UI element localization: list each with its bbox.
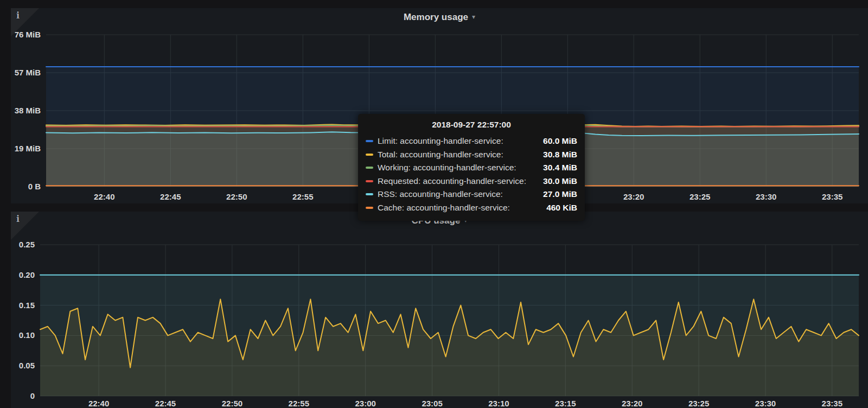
y-axis-tick-label: 0 B: [28, 182, 41, 191]
tooltip-series-label: Total: accounting-handler-service:: [378, 150, 503, 160]
tooltip-series-label: RSS: accounting-handler-service:: [378, 189, 503, 199]
info-icon: i: [16, 214, 20, 224]
y-axis-tick-label: 0: [30, 391, 35, 400]
series-color-swatch: [366, 140, 373, 142]
x-axis-tick-label: 22:55: [292, 192, 313, 201]
x-axis-tick-label: 22:45: [155, 399, 176, 408]
x-axis-tick-label: 23:20: [622, 399, 642, 408]
x-axis-tick-label: 23:35: [822, 399, 843, 408]
panel-info-corner[interactable]: i: [11, 8, 39, 36]
panel-title-memory[interactable]: Memory usage▾: [11, 12, 868, 23]
tooltip-series-value: 60.0 MiB: [535, 136, 577, 146]
x-axis-tick-label: 22:50: [222, 399, 242, 408]
series-color-swatch: [366, 193, 373, 195]
y-axis-tick-label: 38 MiB: [15, 106, 41, 115]
tooltip-series-label: Limit: accounting-handler-service:: [378, 136, 503, 146]
x-axis-tick-label: 23:30: [756, 192, 776, 201]
series-color-swatch: [366, 154, 373, 156]
tooltip-row: RSS: accounting-handler-service:27.0 MiB: [366, 188, 577, 201]
x-axis-tick-label: 23:25: [690, 192, 710, 201]
series-color-swatch: [366, 167, 373, 169]
y-axis-tick-label: 0.25: [19, 240, 35, 249]
tooltip-rows: Limit: accounting-handler-service:60.0 M…: [366, 135, 577, 214]
x-axis-tick-label: 23:00: [355, 399, 376, 408]
tooltip-row: Cache: accounting-handler-service:460 Ki…: [366, 201, 577, 215]
panel-info-corner[interactable]: i: [11, 212, 39, 240]
tooltip-timestamp: 2018-09-27 22:57:00: [366, 120, 577, 135]
panel-cpu-usage: i CPU usage▾ 0.250.200.150.100.05022:402…: [11, 212, 868, 408]
x-axis-tick-label: 23:35: [822, 192, 843, 201]
y-axis-tick-label: 0.20: [19, 270, 35, 279]
tooltip-series-value: 30.4 MiB: [535, 163, 577, 173]
x-axis-tick-label: 23:05: [422, 399, 442, 408]
x-axis-tick-label: 23:25: [688, 399, 709, 408]
tooltip-row: Working: accounting-handler-service:30.4…: [366, 161, 577, 175]
x-axis-tick-label: 22:40: [88, 399, 109, 408]
y-axis-tick-label: 0.10: [19, 330, 35, 340]
y-axis-tick-label: 19 MiB: [15, 144, 41, 153]
tooltip-row: Total: accounting-handler-service:30.8 M…: [366, 148, 577, 162]
panel-title-text: Memory usage: [404, 12, 468, 22]
x-axis-tick-label: 23:30: [755, 399, 776, 408]
tooltip-series-label: Requested: accounting-handler-service:: [378, 176, 526, 186]
x-axis-tick-label: 23:15: [555, 399, 576, 408]
tooltip-row: Requested: accounting-handler-service:30…: [366, 175, 577, 188]
tooltip-series-label: Cache: accounting-handler-service:: [378, 203, 510, 213]
x-axis-tick-label: 22:40: [94, 192, 114, 201]
x-axis-tick-label: 23:20: [623, 192, 644, 201]
x-axis-tick-label: 22:45: [160, 192, 181, 201]
series-color-swatch: [366, 207, 373, 209]
tooltip-series-value: 27.0 MiB: [535, 189, 577, 199]
y-axis-tick-label: 57 MiB: [15, 68, 41, 77]
tooltip-series-value: 30.8 MiB: [535, 150, 577, 160]
info-icon: i: [16, 10, 20, 21]
y-axis-tick-label: 0.15: [19, 301, 35, 310]
tooltip-row: Limit: accounting-handler-service:60.0 M…: [366, 135, 577, 148]
chevron-down-icon: ▾: [472, 13, 475, 21]
graph-tooltip: 2018-09-27 22:57:00 Limit: accounting-ha…: [358, 114, 585, 221]
x-axis-tick-label: 23:10: [488, 399, 509, 408]
tooltip-series-value: 460 KiB: [539, 203, 577, 213]
series-color-swatch: [366, 180, 373, 182]
tooltip-series-value: 30.0 MiB: [535, 176, 577, 186]
x-axis-tick-label: 22:55: [289, 399, 309, 408]
cpu-usage-chart[interactable]: 0.250.200.150.100.05022:4022:4522:5022:5…: [11, 212, 868, 408]
y-axis-tick-label: 0.05: [19, 361, 35, 370]
tooltip-series-label: Working: accounting-handler-service:: [378, 163, 516, 173]
x-axis-tick-label: 22:50: [226, 192, 247, 201]
